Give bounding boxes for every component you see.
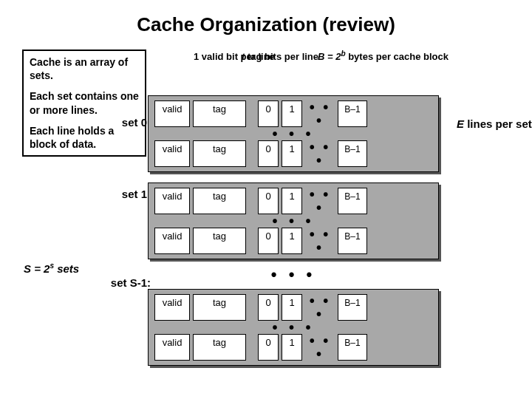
byte-cell: 0	[258, 140, 279, 167]
setS-label: set S-1:	[106, 276, 151, 289]
byte-cell-last: B–1	[338, 228, 367, 254]
cache-diagram: set 0: valid tag 0 1 • • • B–1 • • • val…	[148, 95, 439, 376]
description-box: Cache is an array of sets. Each set cont…	[22, 50, 146, 157]
header-bytes-suffix: bytes per cache block	[346, 51, 449, 62]
byte-cell: 1	[282, 294, 302, 321]
byte-cell-last: B–1	[338, 334, 367, 361]
valid-cell: valid	[154, 228, 190, 254]
cache-line: valid tag 0 1 • • • B–1	[154, 100, 432, 127]
desc-p1: Cache is an array of sets.	[30, 55, 139, 82]
ellipsis-icon: • • •	[148, 265, 439, 284]
byte-cell: 1	[282, 228, 302, 254]
tag-cell: tag	[193, 334, 246, 361]
byte-cell: 0	[258, 188, 279, 214]
byte-cell: 0	[258, 294, 279, 321]
s-suffix: sets	[54, 262, 79, 275]
byte-cell: 1	[282, 140, 302, 167]
page-title: Cache Organization (review)	[0, 0, 532, 36]
valid-cell: valid	[154, 294, 190, 321]
tag-cell: tag	[193, 100, 246, 127]
column-headers: 1 valid bit per line t tag bits per line…	[194, 50, 495, 63]
tag-cell: tag	[193, 294, 246, 321]
byte-cell: 1	[282, 100, 302, 127]
ellipsis-icon: • • •	[305, 100, 335, 127]
set1-block: valid tag 0 1 • • • B–1 • • • valid tag …	[148, 183, 439, 259]
tag-cell: tag	[193, 140, 246, 167]
ellipsis-icon: • • •	[305, 334, 335, 361]
ellipsis-icon: • • •	[305, 294, 335, 321]
cache-line: valid tag 0 1 • • • B–1	[154, 140, 432, 167]
ellipsis-icon: • • •	[154, 127, 432, 140]
ellipsis-icon: • • •	[305, 140, 335, 167]
header-tag: t tag bits per line	[242, 52, 304, 63]
e-text: lines per set	[467, 117, 532, 130]
header-bytes-prefix: B = 2	[318, 51, 341, 62]
header-bytes: B = 2b bytes per cache block	[318, 50, 495, 63]
cache-line: valid tag 0 1 • • • B–1	[154, 228, 432, 254]
valid-cell: valid	[154, 140, 190, 167]
set0-label: set 0:	[106, 116, 151, 129]
ellipsis-icon: • • •	[305, 228, 335, 254]
set1-label: set 1:	[106, 188, 151, 200]
s-sets-label: S = 2s sets	[24, 262, 79, 275]
byte-cell: 1	[282, 334, 302, 361]
s-prefix: S = 2	[24, 262, 50, 275]
diagram-content: Cache is an array of sets. Each set cont…	[0, 36, 532, 44]
valid-cell: valid	[154, 188, 190, 214]
ellipsis-icon: • • •	[154, 214, 432, 228]
valid-cell: valid	[154, 100, 190, 127]
header-valid: 1 valid bit per line	[194, 52, 242, 63]
cache-line: valid tag 0 1 • • • B–1	[154, 334, 432, 361]
cache-line: valid tag 0 1 • • • B–1	[154, 188, 432, 214]
header-tag-text: tag bits per line	[245, 51, 318, 62]
byte-cell: 0	[258, 100, 279, 127]
byte-cell-last: B–1	[338, 140, 367, 167]
tag-cell: tag	[193, 228, 246, 254]
set0-block: valid tag 0 1 • • • B–1 • • • valid tag …	[148, 95, 439, 172]
tag-cell: tag	[193, 188, 246, 214]
byte-cell: 1	[282, 188, 302, 214]
byte-cell: 0	[258, 228, 279, 254]
byte-cell-last: B–1	[338, 294, 367, 321]
byte-cell: 0	[258, 334, 279, 361]
ellipsis-icon: • • •	[154, 321, 432, 334]
desc-p2: Each set contains one or more lines.	[30, 89, 139, 116]
byte-cell-last: B–1	[338, 100, 367, 127]
setS-block: valid tag 0 1 • • • B–1 • • • valid tag …	[148, 289, 439, 366]
ellipsis-icon: • • •	[305, 188, 335, 214]
e-prefix: E	[457, 117, 467, 130]
cache-line: valid tag 0 1 • • • B–1	[154, 294, 432, 321]
byte-cell-last: B–1	[338, 188, 367, 214]
valid-cell: valid	[154, 334, 190, 361]
e-lines-label: E lines per set	[457, 117, 532, 131]
